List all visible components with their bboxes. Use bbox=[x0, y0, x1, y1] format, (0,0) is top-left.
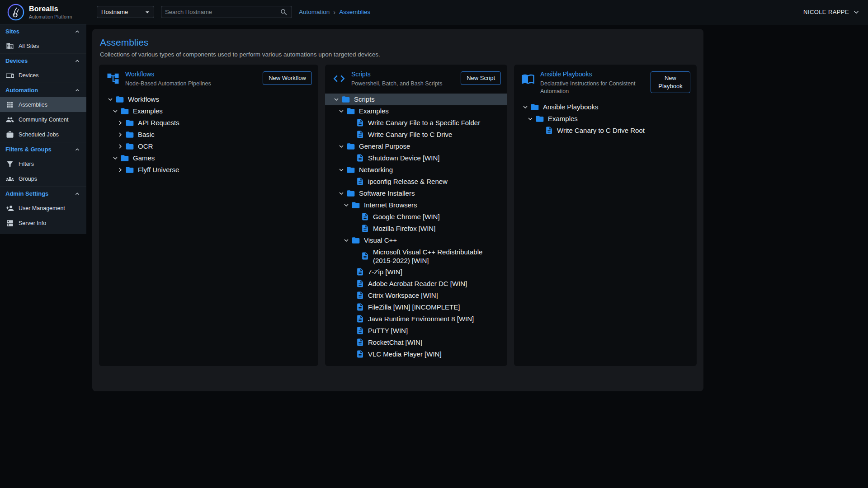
panel-titles: ScriptsPowershell, Batch, and Bash Scrip… bbox=[351, 70, 455, 88]
tree-item-microsoft-visual-c-redistributable-2015-2022-win[interactable]: Microsoft Visual C++ Redistributable (20… bbox=[325, 246, 507, 266]
tree-item-games[interactable]: Games bbox=[99, 152, 318, 164]
new-script-button[interactable]: New Script bbox=[461, 71, 501, 85]
panel-subtitle: Node-Based Automation Pipelines bbox=[125, 80, 257, 88]
tree: Ansible PlaybooksExamplesWrite Canary to… bbox=[514, 101, 697, 136]
server-info-icon bbox=[6, 219, 14, 227]
tree-item-ocr[interactable]: OCR bbox=[99, 141, 318, 152]
hostname-select[interactable]: Hostname bbox=[97, 6, 154, 18]
tree-item-label: Shutdown Device [WIN] bbox=[368, 152, 439, 164]
sidebar-section-filters-groups[interactable]: Filters & Groups bbox=[0, 142, 86, 156]
tree-item-flyff-universe[interactable]: Flyff Universe bbox=[99, 164, 318, 176]
new-playbook-button[interactable]: New Playbook bbox=[651, 71, 690, 93]
chevron-down-icon bbox=[106, 95, 115, 103]
tree-item-rocketchat-win[interactable]: RocketChat [WIN] bbox=[325, 337, 507, 348]
breadcrumb-automation[interactable]: Automation bbox=[299, 9, 330, 15]
panel-title[interactable]: Workflows bbox=[125, 70, 257, 78]
folder-icon bbox=[120, 154, 129, 163]
tree-item-label: Games bbox=[133, 152, 155, 164]
tree-item-ipconfig-release-renew[interactable]: ipconfig Release & Renew bbox=[325, 176, 507, 188]
tree-item-label: Visual C++ bbox=[364, 235, 397, 246]
file-icon bbox=[356, 154, 364, 162]
tree-item-putty-win[interactable]: PuTTY [WIN] bbox=[325, 325, 507, 337]
sidebar-item-assemblies[interactable]: Assemblies bbox=[0, 97, 86, 112]
sidebar-section-label: Automation bbox=[5, 87, 38, 94]
panel-title[interactable]: Ansible Playbooks bbox=[540, 70, 645, 78]
tree-item-examples[interactable]: Examples bbox=[325, 105, 507, 117]
chevron-down-icon bbox=[337, 142, 346, 150]
sidebar-item-filters[interactable]: Filters bbox=[0, 156, 86, 171]
sidebar-item-label: User Management bbox=[19, 205, 65, 211]
chevron-right-icon bbox=[116, 131, 125, 139]
tree-item-citrix-workspace-win[interactable]: Citrix Workspace [WIN] bbox=[325, 290, 507, 301]
tree-item-examples[interactable]: Examples bbox=[99, 105, 318, 117]
tree-item-ansible-playbooks[interactable]: Ansible Playbooks bbox=[514, 101, 697, 113]
sidebar-section-sites[interactable]: Sites bbox=[0, 24, 86, 38]
tree-item-vlc-media-player-win[interactable]: VLC Media Player [WIN] bbox=[325, 348, 507, 360]
chevron-up-icon bbox=[74, 190, 81, 197]
tree-item-internet-browsers[interactable]: Internet Browsers bbox=[325, 199, 507, 211]
topbar: Borealis Automation Platform Hostname Au… bbox=[0, 0, 868, 24]
tree-item-api-requests[interactable]: API Requests bbox=[99, 117, 318, 129]
tree-item-workflows[interactable]: Workflows bbox=[99, 94, 318, 105]
sidebar-section-automation[interactable]: Automation bbox=[0, 83, 86, 97]
tree-item-java-runtime-environment-8-win[interactable]: Java Runtime Environment 8 [WIN] bbox=[325, 313, 507, 325]
sidebar-item-user-management[interactable]: User Management bbox=[0, 201, 86, 216]
tree-item-google-chrome-win[interactable]: Google Chrome [WIN] bbox=[325, 211, 507, 223]
caret-down-icon bbox=[143, 8, 152, 17]
tree-item-filezilla-win-incomplete[interactable]: FileZilla [WIN] [INCOMPLETE] bbox=[325, 301, 507, 313]
sidebar-section-devices[interactable]: Devices bbox=[0, 54, 86, 68]
tree-item-write-canary-file-to-a-specific-folder[interactable]: Write Canary File to a Specific Folder bbox=[325, 117, 507, 129]
panel-title[interactable]: Scripts bbox=[351, 70, 455, 78]
tree-item-write-canary-to-c-drive-root[interactable]: Write Canary to C Drive Root bbox=[514, 125, 697, 136]
user-management-icon bbox=[6, 204, 14, 212]
tree-item-label: VLC Media Player [WIN] bbox=[368, 348, 442, 360]
tree-item-label: Adobe Acrobat Reader DC [WIN] bbox=[368, 278, 467, 289]
tree-item-shutdown-device-win[interactable]: Shutdown Device [WIN] bbox=[325, 152, 507, 164]
tree-item-mozilla-firefox-win[interactable]: Mozilla Firefox [WIN] bbox=[325, 223, 507, 235]
panels: WorkflowsNode-Based Automation Pipelines… bbox=[99, 65, 697, 366]
scheduled-jobs-icon bbox=[6, 131, 14, 139]
sidebar-item-community-content[interactable]: Community Content bbox=[0, 112, 86, 127]
sidebar-item-label: Devices bbox=[19, 72, 38, 79]
search-hostname-input[interactable] bbox=[165, 9, 280, 15]
user-menu[interactable]: NICOLE RAPPE bbox=[803, 8, 861, 17]
sidebar-section-admin-settings[interactable]: Admin Settings bbox=[0, 187, 86, 201]
tree-item-label: API Requests bbox=[138, 117, 179, 128]
hostname-select-value: Hostname bbox=[101, 9, 128, 15]
tree-item-7-zip-win[interactable]: 7-Zip [WIN] bbox=[325, 266, 507, 278]
tree-item-visual-c[interactable]: Visual C++ bbox=[325, 235, 507, 246]
new-workflow-button[interactable]: New Workflow bbox=[263, 71, 312, 85]
tree-item-software-installers[interactable]: Software Installers bbox=[325, 188, 507, 199]
main-content: Assemblies Collections of various types … bbox=[86, 24, 868, 391]
tree-item-scripts[interactable]: Scripts bbox=[325, 94, 507, 105]
chevron-down-icon bbox=[521, 103, 530, 111]
assemblies-grid-icon bbox=[6, 101, 14, 109]
chevron-up-icon bbox=[74, 57, 81, 65]
tree-item-write-canary-file-to-c-drive[interactable]: Write Canary File to C Drive bbox=[325, 129, 507, 141]
sidebar-item-label: Filters bbox=[19, 161, 34, 167]
folder-icon bbox=[125, 118, 134, 127]
sidebar-item-server-info[interactable]: Server Info bbox=[0, 216, 86, 230]
chevron-right-icon bbox=[116, 142, 125, 150]
tree-item-label: Software Installers bbox=[359, 188, 415, 199]
file-icon bbox=[356, 130, 364, 139]
chevron-down-icon bbox=[337, 107, 346, 115]
tree-item-adobe-acrobat-reader-dc-win[interactable]: Adobe Acrobat Reader DC [WIN] bbox=[325, 278, 507, 290]
community-people-icon bbox=[6, 116, 14, 124]
workflow-icon bbox=[106, 72, 120, 85]
tree-item-label: Microsoft Visual C++ Redistributable (20… bbox=[373, 246, 502, 266]
tree-item-examples[interactable]: Examples bbox=[514, 113, 697, 125]
sidebar-item-groups[interactable]: Groups bbox=[0, 171, 86, 186]
tree-item-general-purpose[interactable]: General Purpose bbox=[325, 141, 507, 152]
sidebar-item-scheduled-jobs[interactable]: Scheduled Jobs bbox=[0, 127, 86, 142]
folder-icon bbox=[115, 95, 124, 104]
code-icon bbox=[332, 72, 346, 85]
sidebar-item-devices[interactable]: Devices bbox=[0, 68, 86, 83]
tree-item-networking[interactable]: Networking bbox=[325, 164, 507, 176]
brand: Borealis Automation Platform bbox=[7, 4, 87, 21]
tree-item-label: RocketChat [WIN] bbox=[368, 337, 422, 348]
folder-icon bbox=[346, 189, 355, 198]
tree-item-basic[interactable]: Basic bbox=[99, 129, 318, 141]
breadcrumb-assemblies[interactable]: Assemblies bbox=[339, 9, 370, 15]
sidebar-item-all-sites[interactable]: All Sites bbox=[0, 38, 86, 53]
